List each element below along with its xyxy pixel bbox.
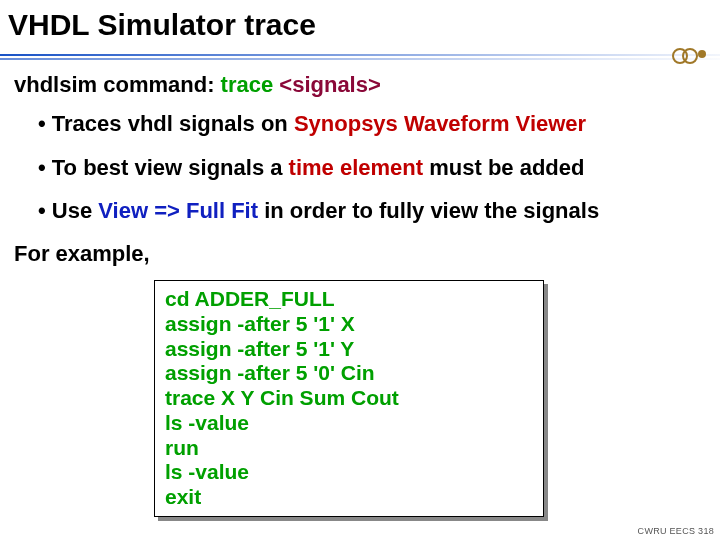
example-line: ls -value — [165, 411, 533, 436]
example-line: assign -after 5 '0' Cin — [165, 361, 533, 386]
example-line: assign -after 5 '1' Y — [165, 337, 533, 362]
command-line: vhdlsim command: trace <signals> — [14, 72, 706, 97]
bullet-text: must be added — [423, 155, 584, 180]
bullet-text: • To best view signals a — [38, 155, 289, 180]
example-line: trace X Y Cin Sum Cout — [165, 386, 533, 411]
footer-text: CWRU EECS 318 — [638, 526, 714, 536]
command-args: <signals> — [279, 72, 381, 97]
bullet-item: • Traces vhdl signals on Synopsys Wavefo… — [38, 111, 706, 136]
example-box: cd ADDER_FULL assign -after 5 '1' X assi… — [154, 280, 544, 517]
example-line: run — [165, 436, 533, 461]
command-prefix: vhdlsim command: — [14, 72, 221, 97]
bullet-text: in order to fully view the signals — [258, 198, 599, 223]
for-example-label: For example, — [14, 241, 706, 266]
bullet-text: • Traces vhdl signals on — [38, 111, 294, 136]
bullet-highlight: View => Full Fit — [98, 198, 258, 223]
example-line: exit — [165, 485, 533, 510]
bullet-highlight: time element — [289, 155, 424, 180]
example-line: assign -after 5 '1' X — [165, 312, 533, 337]
bullet-item: • To best view signals a time element mu… — [38, 155, 706, 180]
example-line: cd ADDER_FULL — [165, 287, 533, 312]
slide: VHDL Simulator trace vhdlsim command: tr… — [0, 0, 720, 540]
example-line: ls -value — [165, 460, 533, 485]
slide-title: VHDL Simulator trace — [0, 0, 720, 46]
bullet-highlight: Synopsys Waveform Viewer — [294, 111, 586, 136]
command-name: trace — [221, 72, 280, 97]
title-underline — [0, 46, 720, 66]
example-block: cd ADDER_FULL assign -after 5 '1' X assi… — [154, 280, 544, 517]
bullet-item: • Use View => Full Fit in order to fully… — [38, 198, 706, 223]
bullet-text: • Use — [38, 198, 98, 223]
bullet-list: • Traces vhdl signals on Synopsys Wavefo… — [38, 111, 706, 223]
logo-icon — [672, 46, 710, 64]
slide-body: vhdlsim command: trace <signals> • Trace… — [0, 66, 720, 266]
